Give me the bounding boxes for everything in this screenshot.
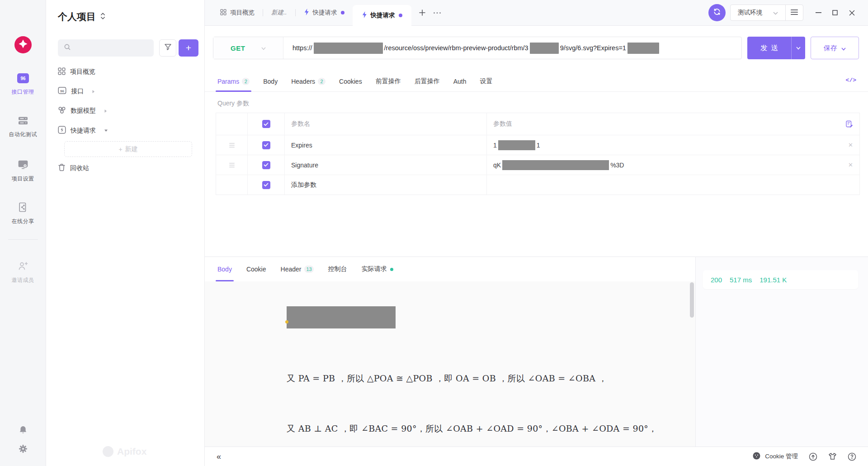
- table-header-row: 参数名 参数值: [216, 113, 859, 135]
- param-name-cell[interactable]: Expires: [285, 135, 487, 155]
- rail-item-label: 在线分享: [12, 218, 34, 225]
- help-icon[interactable]: [848, 452, 856, 461]
- sidebar-item-data-models[interactable]: 数据模型: [54, 103, 108, 119]
- apifox-watermark: Apifox: [103, 446, 146, 457]
- apifox-logo[interactable]: [14, 36, 32, 53]
- sidebar-item-quick-requests[interactable]: 快捷请求: [54, 123, 108, 138]
- cookie-manager-button[interactable]: Cookie 管理: [752, 452, 798, 461]
- checkbox-checked[interactable]: [262, 120, 270, 128]
- delete-row-icon[interactable]: ✕: [848, 162, 853, 168]
- minimize-button[interactable]: [813, 8, 823, 18]
- sidebar-item-project-overview[interactable]: 项目概览: [54, 64, 95, 80]
- sidebar-item-trash[interactable]: 回收站: [54, 161, 89, 176]
- doc-tab-quick-request-1[interactable]: 快捷请求: [296, 0, 353, 25]
- search-input[interactable]: [75, 45, 147, 52]
- response-tab-cookie[interactable]: Cookie: [246, 257, 266, 281]
- tab-settings[interactable]: 设置: [480, 71, 492, 91]
- menu-button[interactable]: [786, 5, 803, 20]
- app-window: 96 接口管理 自动化测试 项目设置 在线分享: [0, 0, 868, 466]
- param-value-cell[interactable]: 11 ✕: [487, 135, 859, 155]
- tab-label: Auth: [453, 78, 467, 85]
- tab-label: 控制台: [328, 265, 347, 273]
- send-button[interactable]: 发送: [747, 37, 805, 59]
- unsaved-dot: [399, 14, 402, 17]
- api-management-icon: 96: [17, 73, 29, 85]
- upload-icon[interactable]: [809, 452, 817, 461]
- bottom-bar: « Cookie 管理: [205, 447, 868, 466]
- code-view-icon[interactable]: </>: [846, 77, 856, 84]
- checkbox-checked[interactable]: [262, 161, 270, 169]
- tab-body[interactable]: Body: [263, 71, 278, 91]
- sync-environment-button[interactable]: [708, 4, 726, 21]
- row-checkbox: [248, 175, 285, 195]
- theme-shirt-icon[interactable]: [828, 452, 837, 461]
- new-quick-request-button[interactable]: + 新建: [64, 141, 192, 157]
- data-model-icon: [58, 106, 66, 116]
- chevron-down-icon: [841, 44, 846, 52]
- close-button[interactable]: [847, 8, 857, 18]
- project-switcher[interactable]: 个人项目: [58, 10, 105, 23]
- filter-button[interactable]: [159, 39, 176, 57]
- add-param-input[interactable]: 添加参数: [285, 175, 487, 195]
- save-button[interactable]: 保存: [811, 37, 859, 59]
- url-part: https://: [292, 44, 312, 52]
- rail-divider: [8, 239, 38, 240]
- rail-item-automated-testing[interactable]: 自动化测试: [0, 116, 46, 138]
- rail-item-api-management[interactable]: 96 接口管理: [0, 73, 46, 96]
- url-input[interactable]: https:///resource/oss/preview/rbm-previe…: [283, 43, 741, 54]
- query-params-label: Query 参数: [217, 100, 249, 108]
- maximize-button[interactable]: [830, 8, 840, 18]
- value-text: 1: [537, 142, 540, 149]
- delete-row-icon[interactable]: ✕: [848, 142, 853, 148]
- environment-select[interactable]: 测试环境: [731, 9, 785, 17]
- response-tab-header[interactable]: Header 13: [281, 257, 314, 281]
- tab-headers[interactable]: Headers 2: [291, 71, 326, 91]
- rail-item-project-settings[interactable]: 项目设置: [0, 159, 46, 183]
- tab-params[interactable]: Params 2: [217, 71, 250, 91]
- scrollbar-thumb[interactable]: [690, 282, 694, 318]
- tab-post-operations[interactable]: 后置操作: [415, 71, 440, 91]
- drag-cell-empty: [216, 175, 248, 195]
- lightning-icon: [304, 9, 309, 17]
- add-button[interactable]: +: [179, 39, 198, 57]
- body-line: 又 PA = PB ，所以 △POA ≅ △POB ，即 OA = OB ，所以…: [287, 370, 657, 387]
- response-tab-console[interactable]: 控制台: [328, 257, 347, 281]
- new-tab-button[interactable]: [419, 9, 426, 16]
- rail-item-online-share[interactable]: 在线分享: [0, 202, 46, 225]
- sync-icon: [713, 8, 721, 18]
- param-name-cell[interactable]: Signature: [285, 155, 487, 175]
- drag-handle[interactable]: [216, 135, 248, 155]
- tab-label: Body: [263, 78, 278, 85]
- status-dot: [390, 268, 393, 271]
- chevron-down-icon: [104, 129, 108, 133]
- response-tab-body[interactable]: Body: [217, 257, 232, 281]
- doc-tab-quick-request-2[interactable]: 快捷请求: [353, 5, 411, 26]
- rail-item-invite-members[interactable]: 邀请成员: [0, 261, 46, 284]
- doc-tab-project-overview[interactable]: 项目概览: [212, 0, 263, 25]
- settings-gear-icon[interactable]: [19, 444, 28, 453]
- tab-cookies[interactable]: Cookies: [339, 71, 362, 91]
- doc-tab-new[interactable]: 新建..: [263, 0, 295, 25]
- send-dropdown[interactable]: [792, 37, 805, 59]
- sidebar-search: [58, 39, 154, 57]
- param-value-cell[interactable]: qK%3D ✕: [487, 155, 859, 175]
- drag-handle[interactable]: [216, 155, 248, 175]
- bulk-edit-icon[interactable]: [846, 120, 853, 128]
- tab-auth[interactable]: Auth: [453, 71, 467, 91]
- more-tabs-button[interactable]: [433, 12, 441, 14]
- method-select[interactable]: GET: [213, 37, 283, 59]
- checkbox-checked[interactable]: [262, 181, 270, 189]
- response-tab-actual-request[interactable]: 实际请求: [362, 257, 393, 281]
- lightning-box-icon: [58, 126, 66, 136]
- collapse-sidebar-icon[interactable]: «: [217, 452, 221, 461]
- notifications-bell-icon[interactable]: [19, 425, 28, 434]
- response-tabs: Body Cookie Header 13 控制台 实际请求: [205, 257, 695, 281]
- tab-badge: 2: [318, 78, 326, 85]
- tab-pre-operations[interactable]: 前置操作: [376, 71, 401, 91]
- param-value-cell-empty[interactable]: [487, 175, 859, 195]
- highlight-dot: [285, 320, 288, 323]
- response-body-viewer[interactable]: 又 PA = PB ，所以 △POA ≅ △POB ，即 OA = OB ，所以…: [205, 281, 695, 447]
- sidebar-item-apis[interactable]: 96 接口: [54, 84, 95, 99]
- response-panel: Body Cookie Header 13 控制台 实际请求: [205, 257, 696, 447]
- checkbox-checked[interactable]: [262, 141, 270, 149]
